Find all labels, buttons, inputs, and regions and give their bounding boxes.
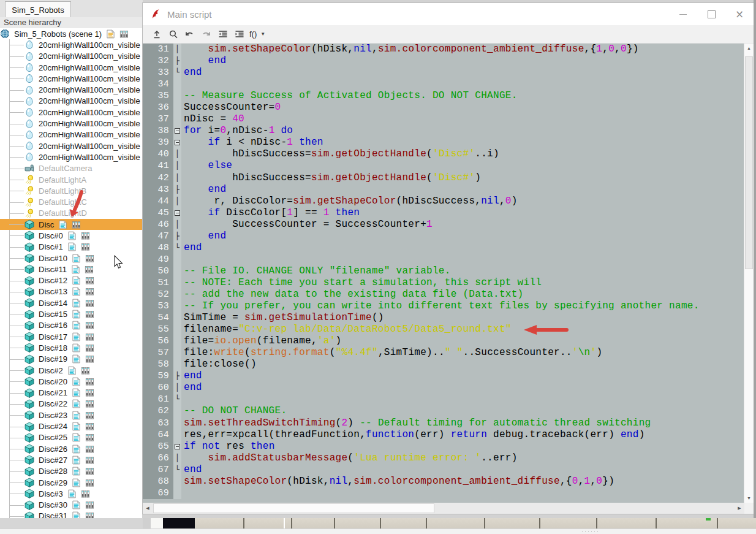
- tree-item-disc-13[interactable]: Disc#13: [0, 286, 142, 297]
- code-line[interactable]: 35-- Measure Success of Activated Object…: [143, 90, 744, 102]
- layers-icon[interactable]: [85, 343, 94, 353]
- script-icon[interactable]: [106, 29, 115, 39]
- tree-item-disc-23[interactable]: Disc#23: [0, 410, 142, 421]
- tree-item-disc-20[interactable]: Disc#20: [0, 376, 142, 387]
- tree-item-20cmhighwall100cm-visible[interactable]: 20cmHighWall100cm_visible: [0, 151, 142, 162]
- horizontal-scroll-thumb[interactable]: [153, 503, 434, 513]
- tree-item-defaultlighta[interactable]: DefaultLightA: [0, 174, 142, 185]
- code-line[interactable]: 58file:close(): [143, 359, 744, 370]
- layers-icon[interactable]: [85, 276, 94, 285]
- tree-item-disc-19[interactable]: Disc#19: [0, 354, 142, 365]
- tree-item-20cmhighwall100cm-visible[interactable]: 20cmHighWall100cm_visible: [0, 96, 142, 107]
- tree-item-disc-17[interactable]: Disc#17: [0, 331, 142, 342]
- code-line[interactable]: 33└end: [143, 67, 744, 78]
- code-line[interactable]: 51-- NOTE: Each time you start a simulat…: [143, 277, 744, 289]
- tree-item-disc-11[interactable]: Disc#11: [0, 264, 142, 275]
- scroll-up-arrow[interactable]: ▲: [744, 44, 754, 53]
- script-icon[interactable]: [72, 500, 81, 509]
- tree-item-disc-15[interactable]: Disc#15: [0, 308, 142, 319]
- script-icon[interactable]: [72, 377, 81, 386]
- code-line[interactable]: 67└end: [143, 464, 744, 476]
- code-line[interactable]: 42│ hDiscSuccess=sim.getObjectHandle('Di…: [143, 172, 744, 184]
- script-icon[interactable]: [72, 433, 81, 442]
- scene-hierarchy[interactable]: Sim_5_Robots (scene 1)20cmHighWall100cm_…: [0, 28, 142, 518]
- tree-item-disc-0[interactable]: Disc#0: [0, 230, 142, 241]
- tree-item-disc-16[interactable]: Disc#16: [0, 320, 142, 331]
- script-icon[interactable]: [67, 366, 77, 375]
- fold-marker[interactable]: [173, 441, 181, 452]
- tree-item-disc-2[interactable]: Disc#2: [0, 365, 142, 376]
- layers-icon[interactable]: [119, 29, 129, 39]
- layers-icon[interactable]: [85, 433, 94, 442]
- tree-item-disc-28[interactable]: Disc#28: [0, 466, 142, 477]
- layers-icon[interactable]: [85, 467, 94, 476]
- tree-item-disc-29[interactable]: Disc#29: [0, 477, 142, 488]
- code-line[interactable]: 53-- If you prefer, you can write into d…: [143, 300, 744, 312]
- script-icon[interactable]: [67, 231, 77, 240]
- code-line[interactable]: 54SimTime = sim.getSimulationTime(): [143, 312, 744, 324]
- script-icon[interactable]: [72, 456, 81, 465]
- fold-marker[interactable]: [173, 137, 181, 148]
- layers-icon[interactable]: [85, 310, 94, 319]
- script-icon[interactable]: [72, 287, 81, 296]
- script-icon[interactable]: [72, 444, 81, 454]
- tree-item-disc-18[interactable]: Disc#18: [0, 342, 142, 353]
- tree-item-20cmhighwall100cm-visible[interactable]: 20cmHighWall100cm_visible: [0, 140, 142, 151]
- tree-item-disc-24[interactable]: Disc#24: [0, 421, 142, 432]
- script-icon[interactable]: [72, 422, 81, 431]
- layers-icon[interactable]: [85, 299, 94, 308]
- layers-icon[interactable]: [85, 287, 94, 296]
- code-line[interactable]: 65if not res then: [143, 441, 744, 452]
- tree-item-defaultlightb[interactable]: DefaultLightB: [0, 185, 142, 196]
- code-line[interactable]: 62-- DO NOT CHANGE.: [143, 405, 744, 417]
- layers-icon[interactable]: [72, 220, 81, 229]
- code-line[interactable]: 32├ end: [143, 55, 744, 67]
- tree-item-disc-1[interactable]: Disc#1: [0, 242, 142, 253]
- tree-item-disc-3[interactable]: Disc#3: [0, 488, 142, 499]
- layers-icon[interactable]: [85, 388, 94, 397]
- tree-item-disc-27[interactable]: Disc#27: [0, 454, 142, 465]
- code-line[interactable]: 44│ r, DiscColor=sim.getShapeColor(hDisc…: [143, 196, 744, 207]
- layers-icon[interactable]: [85, 478, 94, 487]
- code-line[interactable]: 50-- File IO. CHANGE ONLY "filename" var…: [143, 265, 744, 277]
- code-line[interactable]: 61└: [143, 394, 744, 405]
- tree-item-20cmhighwall100cm-visible[interactable]: 20cmHighWall100cm_visible: [0, 39, 142, 50]
- script-icon[interactable]: [67, 489, 77, 498]
- fold-marker[interactable]: [173, 207, 181, 219]
- tree-item-20cmhighwall100cm-visible[interactable]: 20cmHighWall100cm_visible: [0, 51, 142, 62]
- tree-item-disc-30[interactable]: Disc#30: [0, 499, 142, 510]
- minimize-button[interactable]: [669, 3, 697, 25]
- code-line[interactable]: 68sim.setShapeColor(hDisk,nil,sim.colorc…: [143, 476, 744, 487]
- code-line[interactable]: 60│end: [143, 382, 744, 394]
- scroll-right-arrow[interactable]: ▶: [735, 503, 744, 514]
- code-line[interactable]: 46│ SuccessCounter = SuccessCounter+1: [143, 219, 744, 231]
- tree-item-disc-25[interactable]: Disc#25: [0, 432, 142, 443]
- script-icon[interactable]: [72, 332, 81, 341]
- functions-dropdown[interactable]: f() ▼: [249, 29, 265, 39]
- code-line[interactable]: 69: [143, 487, 744, 499]
- tree-item-20cmhighwall100cm-visible[interactable]: 20cmHighWall100cm_visible: [0, 118, 142, 129]
- script-icon[interactable]: [72, 399, 81, 408]
- code-line[interactable]: 59├end: [143, 370, 744, 382]
- code-line[interactable]: 34: [143, 78, 744, 90]
- code-line[interactable]: 52-- add the new data to the existing da…: [143, 289, 744, 300]
- tree-item-disc-21[interactable]: Disc#21: [0, 387, 142, 399]
- search-icon[interactable]: [165, 27, 181, 42]
- code-line[interactable]: 43├ end: [143, 184, 744, 196]
- layers-icon[interactable]: [81, 366, 90, 375]
- code-line[interactable]: 31│ sim.setShapeColor(hDisk,nil,sim.colo…: [143, 44, 744, 55]
- layers-icon[interactable]: [85, 422, 94, 431]
- code-line[interactable]: 36SuccessCounter=0: [143, 102, 744, 113]
- script-icon[interactable]: [72, 354, 81, 364]
- tree-item-disc-22[interactable]: Disc#22: [0, 399, 142, 410]
- layers-icon[interactable]: [85, 500, 94, 509]
- tree-item-20cmhighwall100cm-visible[interactable]: 20cmHighWall100cm_visible: [0, 107, 142, 118]
- scroll-down-arrow[interactable]: ▼: [744, 494, 754, 503]
- tree-item-20cmhighwall100cm-visible[interactable]: 20cmHighWall100cm_visible: [0, 84, 142, 95]
- code-line[interactable]: 39 if i < nDisc-1 then: [143, 137, 744, 148]
- layers-icon[interactable]: [85, 332, 94, 341]
- script-icon[interactable]: [72, 321, 81, 330]
- script-icon[interactable]: [72, 310, 81, 319]
- code-line[interactable]: 66│ sim.addStatusbarMessage('Lua runtime…: [143, 452, 744, 464]
- tab-sim-5-robots[interactable]: Sim_5_Robots: [5, 1, 71, 18]
